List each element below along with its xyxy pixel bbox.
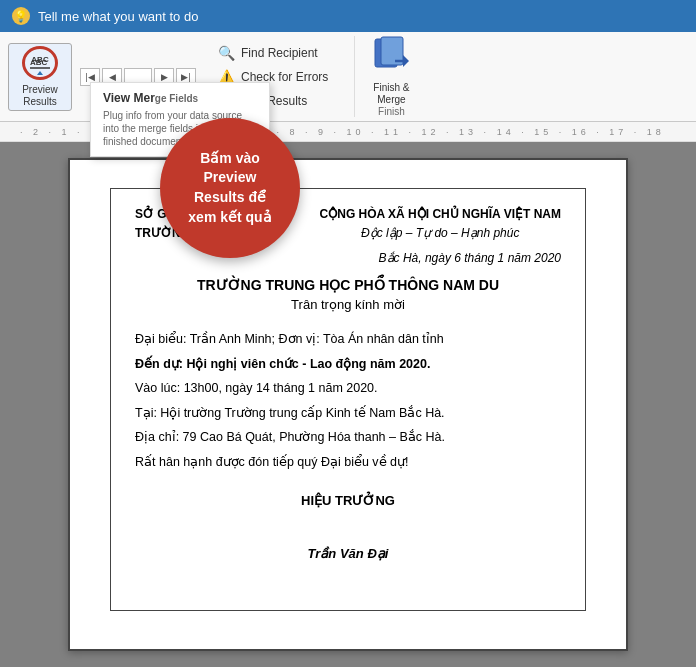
- doc-footer-name: Trần Văn Đại: [135, 546, 561, 561]
- doc-body-line2: Đến dự: Hội nghị viên chức - Lao động nă…: [135, 353, 561, 376]
- tooltip-title: View Merge Fields: [103, 91, 257, 105]
- doc-footer-title: HIỆU TRƯỞNG: [135, 493, 561, 508]
- annotation-circle: Bấm vào Preview Results để xem kết quả: [160, 118, 300, 258]
- finish-merge-icon: [373, 35, 409, 78]
- preview-results-icon: ABC: [22, 46, 58, 80]
- doc-header-right-line2: Độc lập – Tự do – Hạnh phúc: [320, 224, 561, 243]
- svg-marker-5: [403, 55, 409, 67]
- doc-header-right: CỘNG HÒA XÃ HỘI CHỦ NGHĨA VIỆT NAM Độc l…: [320, 205, 561, 243]
- ribbon: ABC PreviewResults |◀ ◀ 1 ▶ ▶| 🔍 Find Re…: [0, 32, 696, 122]
- doc-body-line6: Rất hân hạnh được đón tiếp quý Đại biểu …: [135, 451, 561, 474]
- document-date: Bắc Hà, ngày 6 tháng 1 năm 2020: [135, 251, 561, 265]
- svg-marker-2: [37, 71, 43, 75]
- lightbulb-icon: 💡: [12, 7, 30, 25]
- svg-text:ABC: ABC: [30, 58, 48, 67]
- find-recipient-icon: 🔍: [218, 45, 235, 61]
- annotation-text: Bấm vào Preview Results để xem kết quả: [188, 149, 271, 227]
- document-subtitle: Trân trọng kính mời: [135, 297, 561, 312]
- document-area: SỞ GD & ĐT LÀO CAI TRƯỜNG THPT NAM DU CỘ…: [0, 142, 696, 667]
- document-body: Đại biểu: Trần Anh Minh; Đơn vị: Tòa Án …: [135, 328, 561, 473]
- title-bar-text: Tell me what you want to do: [38, 9, 198, 24]
- finish-merge-button[interactable]: Finish &Merge: [363, 36, 419, 104]
- preview-results-button[interactable]: ABC PreviewResults: [8, 43, 72, 111]
- doc-body-line4: Tại: Hội trường Trường trung cấp Kinh tế…: [135, 402, 561, 425]
- preview-results-label: PreviewResults: [22, 84, 58, 108]
- title-bar: 💡 Tell me what you want to do: [0, 0, 696, 32]
- doc-body-line5: Địa chỉ: 79 Cao Bá Quát, Phường Hóa than…: [135, 426, 561, 449]
- doc-body-line3: Vào lúc: 13h00, ngày 14 tháng 1 năm 2020…: [135, 377, 561, 400]
- doc-body-line1: Đại biểu: Trần Anh Minh; Đơn vị: Tòa Án …: [135, 328, 561, 351]
- finish-group-label: Finish: [378, 106, 405, 117]
- document-title: TRƯỜNG TRUNG HỌC PHỔ THÔNG NAM DU: [135, 277, 561, 293]
- find-recipient-label: Find Recipient: [241, 46, 318, 60]
- document-page: SỞ GD & ĐT LÀO CAI TRƯỜNG THPT NAM DU CỘ…: [68, 158, 628, 651]
- document-footer: HIỆU TRƯỞNG Trần Văn Đại: [135, 493, 561, 561]
- finish-merge-label: Finish &Merge: [373, 82, 409, 106]
- document-inner-border: SỞ GD & ĐT LÀO CAI TRƯỜNG THPT NAM DU CỘ…: [110, 188, 586, 611]
- find-recipient-button[interactable]: 🔍 Find Recipient: [212, 43, 334, 63]
- doc-header-right-line1: CỘNG HÒA XÃ HỘI CHỦ NGHĨA VIỆT NAM: [320, 205, 561, 224]
